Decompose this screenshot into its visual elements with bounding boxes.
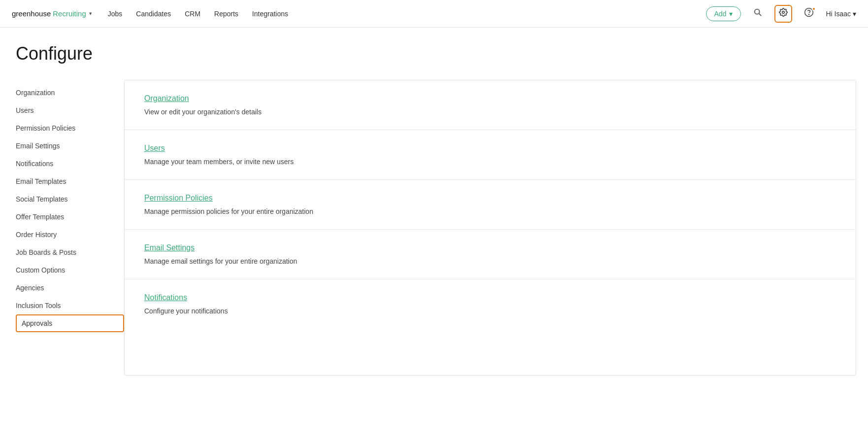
- nav-links: JobsCandidatesCRMReportsIntegrations: [108, 10, 706, 18]
- section-permission-policies: Permission PoliciesManage permission pol…: [125, 180, 856, 230]
- page-content: Configure OrganizationUsersPermission Po…: [0, 28, 868, 391]
- main-panel: OrganizationView or edit your organizati…: [124, 80, 856, 376]
- svg-point-2: [782, 11, 785, 14]
- sidebar-item-custom-options[interactable]: Custom Options: [16, 261, 124, 279]
- section-link-organization[interactable]: Organization: [144, 94, 189, 103]
- section-link-notifications[interactable]: Notifications: [144, 293, 187, 302]
- section-organization: OrganizationView or edit your organizati…: [125, 80, 856, 130]
- brand-chevron-icon: ▾: [89, 10, 92, 17]
- sidebar-item-organization[interactable]: Organization: [16, 84, 124, 102]
- brand-recruiting-text: Recruiting: [53, 9, 86, 18]
- sidebar-item-email-settings[interactable]: Email Settings: [16, 137, 124, 155]
- section-link-permission-policies[interactable]: Permission Policies: [144, 194, 213, 203]
- nav-link-jobs[interactable]: Jobs: [108, 10, 123, 18]
- sidebar-item-inclusion-tools[interactable]: Inclusion Tools: [16, 297, 124, 314]
- user-menu-button[interactable]: Hi Isaac ▾: [826, 10, 856, 18]
- brand-greenhouse-text: greenhouse: [12, 9, 51, 18]
- add-label: Add: [714, 10, 727, 18]
- nav-link-integrations[interactable]: Integrations: [252, 10, 288, 18]
- help-notification-dot: [812, 7, 816, 11]
- sidebar-item-users[interactable]: Users: [16, 102, 124, 119]
- sidebar-item-order-history[interactable]: Order History: [16, 226, 124, 243]
- sidebar-item-notifications[interactable]: Notifications: [16, 155, 124, 172]
- nav-link-reports[interactable]: Reports: [214, 10, 238, 18]
- gear-icon: [779, 8, 788, 19]
- sidebar-item-job-boards[interactable]: Job Boards & Posts: [16, 243, 124, 261]
- svg-point-0: [755, 9, 760, 14]
- sidebar-item-approvals[interactable]: Approvals: [16, 314, 124, 332]
- content-area: OrganizationUsersPermission PoliciesEmai…: [16, 80, 856, 376]
- add-button[interactable]: Add ▾: [706, 6, 741, 21]
- top-navigation: greenhouse Recruiting ▾ JobsCandidatesCR…: [0, 0, 868, 28]
- user-greeting: Hi Isaac: [826, 10, 851, 18]
- svg-line-1: [759, 14, 762, 16]
- section-desc-email-settings: Manage email settings for your entire or…: [144, 257, 836, 265]
- sidebar-item-agencies[interactable]: Agencies: [16, 279, 124, 297]
- help-button[interactable]: [800, 5, 818, 23]
- user-chevron-icon: ▾: [853, 10, 856, 18]
- nav-right: Add ▾: [706, 5, 857, 23]
- section-link-email-settings[interactable]: Email Settings: [144, 243, 194, 252]
- section-desc-notifications: Configure your notifications: [144, 307, 836, 315]
- add-chevron-icon: ▾: [729, 10, 733, 18]
- section-desc-users: Manage your team members, or invite new …: [144, 158, 836, 166]
- section-email-settings: Email SettingsManage email settings for …: [125, 230, 856, 279]
- brand-logo[interactable]: greenhouse Recruiting ▾: [12, 9, 92, 18]
- nav-link-candidates[interactable]: Candidates: [136, 10, 171, 18]
- section-desc-organization: View or edit your organization's details: [144, 108, 836, 116]
- sidebar-item-permission-policies[interactable]: Permission Policies: [16, 119, 124, 137]
- nav-link-crm[interactable]: CRM: [185, 10, 200, 18]
- search-button[interactable]: [749, 5, 767, 23]
- sidebar-item-offer-templates[interactable]: Offer Templates: [16, 208, 124, 226]
- sidebar-item-email-templates[interactable]: Email Templates: [16, 172, 124, 190]
- search-icon: [753, 8, 762, 19]
- section-users: UsersManage your team members, or invite…: [125, 130, 856, 180]
- section-link-users[interactable]: Users: [144, 144, 165, 153]
- sidebar-item-social-templates[interactable]: Social Templates: [16, 190, 124, 208]
- settings-button[interactable]: [774, 5, 792, 23]
- page-title: Configure: [16, 43, 856, 64]
- sidebar: OrganizationUsersPermission PoliciesEmai…: [16, 80, 124, 376]
- section-desc-permission-policies: Manage permission policies for your enti…: [144, 207, 836, 215]
- section-notifications: NotificationsConfigure your notification…: [125, 279, 856, 329]
